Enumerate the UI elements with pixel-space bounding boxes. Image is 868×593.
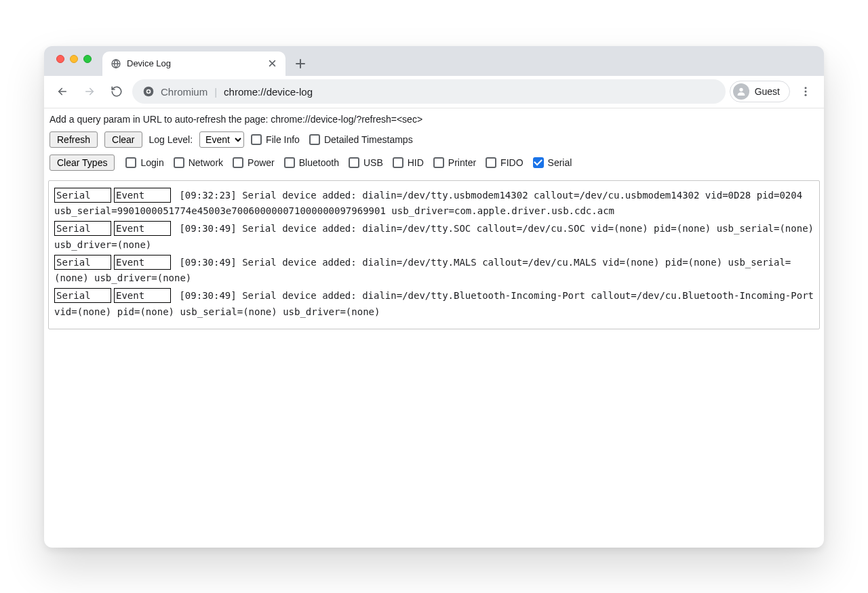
clear-types-button[interactable]: Clear Types <box>50 155 115 171</box>
checkbox-label: Printer <box>448 157 476 168</box>
tab-title: Device Log <box>127 58 261 68</box>
page-content: Add a query param in URL to auto-refresh… <box>44 108 824 548</box>
checkbox-label: FIDO <box>500 157 523 168</box>
checkbox-icon <box>349 157 359 168</box>
kebab-menu-button[interactable] <box>794 80 817 103</box>
checkbox-label: Login <box>140 157 163 168</box>
svg-point-3 <box>147 90 149 92</box>
svg-point-7 <box>805 94 807 96</box>
type-usb[interactable]: USB <box>349 157 383 168</box>
checkbox-label: Serial <box>548 157 572 168</box>
svg-point-4 <box>739 88 743 91</box>
log-panel: SerialEvent [09:32:23] Serial device add… <box>48 180 820 329</box>
checkbox-icon <box>284 157 295 168</box>
log-level-select[interactable]: Event <box>199 131 244 148</box>
option-file-info[interactable]: File Info <box>251 134 300 145</box>
log-entry: SerialEvent [09:32:23] Serial device add… <box>54 188 814 220</box>
url-separator: | <box>214 86 217 98</box>
type-fido[interactable]: FIDO <box>486 157 523 168</box>
log-level-tag: Event <box>114 288 171 303</box>
refresh-button[interactable]: Refresh <box>50 131 98 148</box>
tab-strip: Device Log <box>44 46 824 76</box>
log-level-tag: Event <box>114 221 171 236</box>
log-level-label: Log Level: <box>149 134 193 145</box>
svg-point-6 <box>805 91 807 93</box>
log-entry: SerialEvent [09:30:49] Serial device add… <box>54 288 814 321</box>
checkbox-icon <box>233 157 243 168</box>
back-button[interactable] <box>51 80 74 103</box>
url-origin: Chromium <box>161 86 208 98</box>
checkbox-icon <box>486 157 496 168</box>
window-zoom-button[interactable] <box>83 55 92 63</box>
url-path: chrome://device-log <box>224 86 313 98</box>
profile-chip[interactable]: Guest <box>730 81 790 102</box>
checkbox-label: Network <box>189 157 223 168</box>
tab-close-button[interactable] <box>267 58 277 69</box>
log-type-tag: Serial <box>54 221 111 236</box>
browser-window: Device Log Chromium <box>44 46 824 548</box>
reload-button[interactable] <box>105 80 128 103</box>
checkbox-label: HID <box>408 157 424 168</box>
checkbox-icon <box>393 157 403 168</box>
log-level-tag: Event <box>114 255 171 270</box>
log-level-tag: Event <box>114 188 171 203</box>
browser-toolbar: Chromium | chrome://device-log Guest <box>44 76 824 108</box>
site-info-icon[interactable] <box>143 86 154 97</box>
checkbox-icon <box>533 157 544 168</box>
log-type-tag: Serial <box>54 288 111 303</box>
profile-label: Guest <box>755 86 780 97</box>
log-entry: SerialEvent [09:30:49] Serial device add… <box>54 221 814 253</box>
window-minimize-button[interactable] <box>70 55 78 63</box>
log-entry: SerialEvent [09:30:49] Serial device add… <box>54 255 814 287</box>
checkbox-label: Bluetooth <box>299 157 339 168</box>
refresh-hint: Add a query param in URL to auto-refresh… <box>48 113 820 130</box>
checkbox-label: USB <box>363 157 383 168</box>
checkbox-icon <box>251 134 262 145</box>
avatar-icon <box>733 83 749 100</box>
checkbox-icon <box>433 157 444 168</box>
checkbox-label: File Info <box>266 134 300 145</box>
address-bar[interactable]: Chromium | chrome://device-log <box>132 79 726 104</box>
new-tab-button[interactable] <box>291 54 310 73</box>
log-type-tag: Serial <box>54 255 111 270</box>
log-type-tag: Serial <box>54 188 111 203</box>
svg-point-5 <box>805 87 807 89</box>
checkbox-label: Detailed Timestamps <box>324 134 413 145</box>
type-bluetooth[interactable]: Bluetooth <box>284 157 339 168</box>
type-serial[interactable]: Serial <box>533 157 572 168</box>
clear-button[interactable]: Clear <box>104 131 142 148</box>
type-printer[interactable]: Printer <box>433 157 476 168</box>
type-login[interactable]: Login <box>125 157 163 168</box>
controls-row-2: Clear Types LoginNetworkPowerBluetoothUS… <box>48 153 820 172</box>
browser-tab[interactable]: Device Log <box>102 52 285 76</box>
option-detailed-timestamps[interactable]: Detailed Timestamps <box>309 134 413 145</box>
window-controls <box>51 46 97 76</box>
checkbox-icon <box>125 157 136 168</box>
checkbox-icon <box>174 157 184 168</box>
type-network[interactable]: Network <box>174 157 223 168</box>
globe-icon <box>111 58 121 69</box>
window-close-button[interactable] <box>56 55 64 63</box>
type-hid[interactable]: HID <box>393 157 424 168</box>
checkbox-icon <box>309 134 320 145</box>
controls-row-1: Refresh Clear Log Level: Event File Info… <box>48 130 820 149</box>
checkbox-label: Power <box>248 157 275 168</box>
forward-button[interactable] <box>78 80 101 103</box>
type-power[interactable]: Power <box>233 157 275 168</box>
